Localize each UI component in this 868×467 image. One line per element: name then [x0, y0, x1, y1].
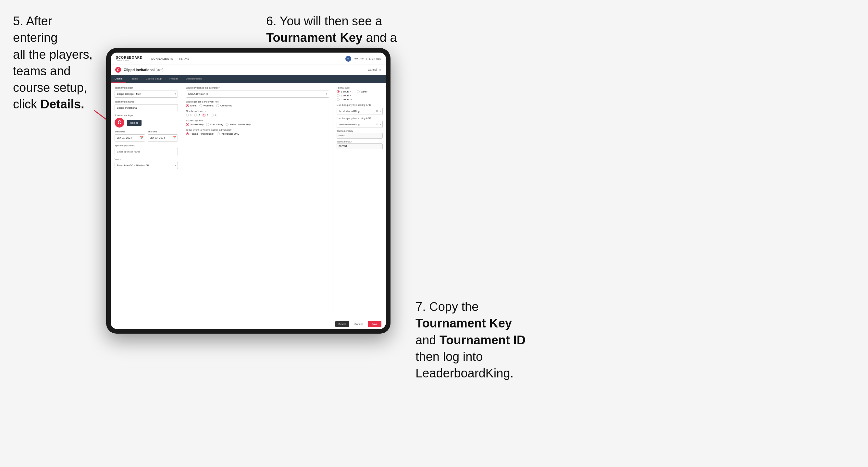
annotation-left-line3: teams and — [13, 64, 70, 78]
tournament-host-select[interactable]: Clippd College - Men — [115, 91, 178, 98]
logo-area: C Upload — [115, 118, 178, 128]
division-select-wrapper: NCAA Division III — [186, 90, 329, 98]
gender-mens-radio[interactable] — [186, 104, 189, 107]
rounds-4-radio[interactable] — [211, 114, 214, 117]
teams-plus-individuals[interactable]: Teams (+Individuals) — [186, 132, 214, 135]
annotation-left-line4: course setup, — [13, 81, 87, 94]
rounds-4[interactable]: 4 — [211, 114, 216, 117]
rounds-3-radio[interactable] — [203, 114, 206, 117]
gender-womens[interactable]: Womens — [199, 104, 214, 107]
division-select[interactable]: NCAA Division III — [186, 91, 329, 98]
main-content: Tournament Host Clippd College - Men Tou… — [111, 83, 386, 319]
gender-mens[interactable]: Mens — [186, 104, 197, 107]
gender-combined-radio[interactable] — [216, 104, 219, 107]
cancel-header-btn[interactable]: Cancel — [368, 68, 377, 71]
tournament-name-input[interactable] — [115, 104, 178, 111]
format-6count5[interactable]: 6 count 5 — [337, 98, 351, 101]
venue-label: Venue — [115, 158, 178, 161]
format-other[interactable]: Other — [357, 90, 368, 93]
tab-teams[interactable]: Teams — [126, 75, 142, 83]
start-date-cal-icon: 📅 — [140, 136, 144, 139]
sign-out-link[interactable]: Sign out — [369, 57, 381, 60]
scoring-stroke[interactable]: Stroke Play — [186, 123, 204, 126]
tournament-host-select-wrapper: Clippd College - Men — [115, 90, 178, 98]
api2-arrow-btn[interactable]: ▾ — [380, 123, 381, 126]
format-6count5-label: 6 count 5 — [341, 98, 351, 101]
annotation-br-bold1: Tournament Key — [415, 316, 512, 330]
annotation-br-bold2: Tournament ID — [439, 333, 526, 347]
rounds-group: Number of rounds 1 2 3 — [186, 110, 329, 117]
format-5count4[interactable]: 5 count 4 — [337, 90, 351, 93]
format-other-radio[interactable] — [357, 90, 360, 93]
individuals-only-label: Individuals Only — [221, 132, 239, 135]
tournament-id-value: 302051 — [337, 144, 383, 149]
date-row: Start date 📅 End date 📅 — [115, 130, 178, 142]
logo-sub: Powered by clippd — [116, 59, 143, 61]
scoring-match[interactable]: Match Play — [206, 123, 223, 126]
tab-results[interactable]: Results — [165, 75, 182, 83]
tournament-key-value: bdf6b7 — [337, 133, 383, 138]
scoring-match-radio[interactable] — [206, 123, 209, 126]
rounds-3[interactable]: 3 — [203, 114, 208, 117]
api2-clear-btn[interactable]: ✕ — [376, 123, 378, 126]
user-avatar: SI — [345, 56, 351, 62]
cancel-button[interactable]: Cancel — [351, 321, 366, 327]
venue-group: Venue Peachtree GC - Atlanta - GA — [115, 158, 178, 169]
bottom-bar: Delete Cancel Save — [111, 319, 386, 329]
start-date-wrapper: 📅 — [115, 134, 145, 142]
rounds-1-radio[interactable] — [186, 114, 189, 117]
tournament-header: C Clippd Invitational (Men) Cancel ✕ — [111, 65, 386, 75]
scoring-medal[interactable]: Medal Match Play — [226, 123, 251, 126]
tournament-key-label: Tournament Key — [337, 130, 383, 132]
division-group: Which division is the event for? NCAA Di… — [186, 86, 329, 98]
tournament-key-section: Tournament Key bdf6b7 — [337, 130, 383, 138]
api2-input-wrapper: ✕ ▾ — [337, 121, 383, 128]
scoring-medal-radio[interactable] — [226, 123, 228, 126]
tab-bar: Details Teams Course Setup Results Leade… — [111, 75, 386, 83]
rounds-1[interactable]: 1 — [186, 114, 191, 117]
annotation-br-line4: LeaderboardKing. — [415, 366, 514, 380]
format-group: Format type 5 count 4 6 count 4 — [337, 86, 383, 101]
tournament-name-label: Tournament name — [115, 100, 178, 103]
scoring-stroke-label: Stroke Play — [190, 123, 204, 126]
api1-input-wrapper: ✕ ▾ — [337, 107, 383, 115]
individuals-only-radio[interactable] — [217, 132, 220, 135]
scoring-stroke-radio[interactable] — [186, 123, 189, 126]
rounds-2-label: 2 — [198, 114, 199, 117]
tab-course-setup[interactable]: Course Setup — [142, 75, 165, 83]
gender-combined[interactable]: Combined — [216, 104, 232, 107]
venue-select[interactable]: Peachtree GC - Atlanta - GA — [115, 162, 178, 169]
nav-separator: | — [366, 57, 367, 60]
nav-teams[interactable]: TEAMS — [179, 57, 190, 60]
teams-plus-radio[interactable] — [186, 132, 189, 135]
sponsor-input[interactable] — [115, 148, 178, 155]
rounds-2[interactable]: 2 — [194, 114, 199, 117]
delete-button[interactable]: Delete — [335, 321, 349, 327]
format-6count4-radio[interactable] — [337, 94, 340, 97]
nav-tournaments[interactable]: TOURNAMENTS — [149, 57, 173, 60]
api1-arrow-btn[interactable]: ▾ — [380, 110, 381, 113]
tab-details[interactable]: Details — [111, 75, 126, 83]
save-button[interactable]: Save — [368, 321, 381, 327]
rounds-1-label: 1 — [190, 114, 191, 117]
api2-group: Use third-party live scoring API? ✕ ▾ — [337, 117, 383, 128]
upload-button[interactable]: Upload — [127, 120, 142, 126]
format-5count4-radio[interactable] — [337, 90, 340, 93]
gender-womens-radio[interactable] — [199, 104, 202, 107]
individuals-only[interactable]: Individuals Only — [217, 132, 239, 135]
api1-label: Use third-party live scoring API? — [337, 103, 383, 106]
rounds-2-radio[interactable] — [194, 114, 197, 117]
rounds-radio-group: 1 2 3 4 — [186, 114, 329, 117]
logo-preview: C — [115, 118, 124, 128]
format-6count5-radio[interactable] — [337, 98, 340, 101]
rounds-4-label: 4 — [215, 114, 216, 117]
tab-leaderboards[interactable]: Leaderboards — [182, 75, 206, 83]
close-header-btn[interactable]: ✕ — [379, 68, 381, 71]
annotation-left: 5. After entering all the players, teams… — [13, 13, 97, 113]
api1-clear-btn[interactable]: ✕ — [376, 110, 378, 113]
format-6count4[interactable]: 6 count 4 — [337, 94, 351, 97]
annotation-br-line3: then log into — [415, 350, 483, 364]
tournament-host-group: Tournament Host Clippd College - Men — [115, 86, 178, 98]
api2-label: Use third-party live scoring API? — [337, 117, 383, 120]
venue-select-wrapper: Peachtree GC - Atlanta - GA — [115, 162, 178, 169]
